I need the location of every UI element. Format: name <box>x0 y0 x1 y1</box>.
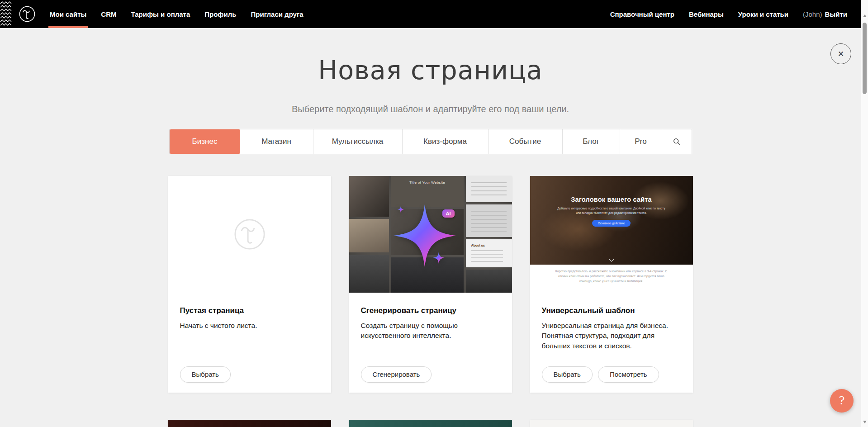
zigzag-decoration <box>0 0 12 28</box>
nav-label: Тарифы и оплата <box>131 10 190 18</box>
template-cover-photo: Заголовок вашего сайта Добавьте интересн… <box>530 176 693 265</box>
nav-item-webinars[interactable]: Вебинары <box>682 0 731 28</box>
tab-shop[interactable]: Магазин <box>240 129 313 154</box>
tilda-logo-icon[interactable] <box>18 5 36 23</box>
scroll-down-arrow-icon[interactable] <box>863 421 867 423</box>
ai-badge: AI <box>442 209 455 218</box>
small-sparkle-icon <box>432 251 445 264</box>
template-card-partial-1[interactable] <box>168 420 331 427</box>
page-title: Новая страница <box>0 57 861 84</box>
card-title: Пустая страница <box>180 306 319 315</box>
preview-heading: Заголовок вашего сайта <box>530 176 693 203</box>
view-button[interactable]: Посмотреть <box>598 366 659 383</box>
nav-label: Справочный центр <box>610 10 674 18</box>
preview-subtext: Добавьте интересные подробности о вашей … <box>555 206 668 216</box>
tab-multilink[interactable]: Мультиссылка <box>313 129 403 154</box>
generate-button[interactable]: Сгенерировать <box>361 366 432 383</box>
template-card-generate-ai: Title of Your Website About us <box>349 176 512 393</box>
template-card-universal: Заголовок вашего сайта Добавьте интересн… <box>530 176 693 393</box>
help-button[interactable]: ? <box>830 389 854 413</box>
nav-label: CRM <box>101 10 116 18</box>
template-card-partial-3[interactable] <box>530 420 693 427</box>
chevron-down-icon <box>609 256 614 261</box>
nav-item-invite-friend[interactable]: Пригласи друга <box>243 0 310 28</box>
template-thumbnail <box>168 420 331 427</box>
tiny-sparkle-icon <box>397 206 404 213</box>
scrollbar-thumb[interactable] <box>863 23 867 94</box>
preview-about-label: About us <box>471 244 485 247</box>
tab-event[interactable]: Событие <box>489 129 563 154</box>
nav-item-pricing[interactable]: Тарифы и оплата <box>123 0 197 28</box>
template-card-blank: Пустая страница Начать с чистого листа. … <box>168 176 331 393</box>
select-button[interactable]: Выбрать <box>542 366 593 383</box>
card-title: Универсальный шаблон <box>542 306 681 315</box>
logout-link[interactable]: Выйти <box>825 10 847 18</box>
tab-quiz-form[interactable]: Квиз-форма <box>403 129 489 154</box>
select-button[interactable]: Выбрать <box>180 366 231 383</box>
template-grid-row2 <box>168 420 693 427</box>
card-description: Универсальная страница для бизнеса. Поня… <box>542 321 681 351</box>
close-button[interactable]: ✕ <box>830 43 851 64</box>
ai-card-preview: Title of Your Website About us <box>349 176 512 293</box>
scroll-up-arrow-icon[interactable] <box>863 14 867 17</box>
close-icon: ✕ <box>838 49 844 59</box>
top-bar: Мои сайты CRM Тарифы и оплата Профиль Пр… <box>0 0 861 28</box>
tab-business[interactable]: Бизнес <box>170 129 240 154</box>
card-description: Начать с чистого листа. <box>180 321 319 331</box>
user-logout[interactable]: (John) Выйти <box>796 0 854 28</box>
nav-item-crm[interactable]: CRM <box>94 0 123 28</box>
template-category-tabs: Бизнес Магазин Мультиссылка Квиз-форма С… <box>169 129 692 154</box>
search-icon <box>673 138 681 146</box>
nav-label: Мои сайты <box>50 10 86 18</box>
nav-item-my-sites[interactable]: Мои сайты <box>43 0 94 28</box>
nav-label: Пригласи друга <box>251 10 303 18</box>
card-title: Сгенерировать страницу <box>361 306 500 315</box>
universal-card-preview: Заголовок вашего сайта Добавьте интересн… <box>530 176 693 293</box>
tab-blog[interactable]: Блог <box>563 129 620 154</box>
question-mark-icon: ? <box>839 394 845 407</box>
blank-card-preview <box>168 176 331 293</box>
nav-label: Профиль <box>204 10 236 18</box>
tilda-watermark-icon <box>232 217 267 252</box>
nav-item-help-center[interactable]: Справочный центр <box>603 0 682 28</box>
main-nav: Мои сайты CRM Тарифы и оплата Профиль Пр… <box>43 0 311 28</box>
card-description: Создать страницу с помощью искусственног… <box>361 321 500 341</box>
tab-search[interactable] <box>662 129 692 154</box>
nav-label: Вебинары <box>689 10 724 18</box>
scrollbar[interactable] <box>861 0 868 427</box>
nav-item-lessons[interactable]: Уроки и статьи <box>731 0 796 28</box>
nav-item-profile[interactable]: Профиль <box>197 0 243 28</box>
user-name: (John) <box>803 10 822 18</box>
preview-cta-button: Основное действие <box>592 220 631 227</box>
template-card-partial-2[interactable] <box>349 420 512 427</box>
secondary-nav: Справочный центр Вебинары Уроки и статьи… <box>603 0 861 28</box>
page-subtitle: Выберите подходящий шаблон и адаптируйте… <box>0 104 861 114</box>
template-thumbnail <box>349 420 512 427</box>
tab-pro[interactable]: Pro <box>620 129 662 154</box>
website-collage: Title of Your Website About us <box>349 176 512 293</box>
new-page-modal: ✕ Новая страница Выберите подходящий шаб… <box>0 28 861 427</box>
preview-body-text: Коротко представьтесь и расскажите о ком… <box>530 265 693 293</box>
template-thumbnail <box>530 420 693 427</box>
nav-label: Уроки и статьи <box>738 10 788 18</box>
template-grid: Пустая страница Начать с чистого листа. … <box>168 176 693 393</box>
